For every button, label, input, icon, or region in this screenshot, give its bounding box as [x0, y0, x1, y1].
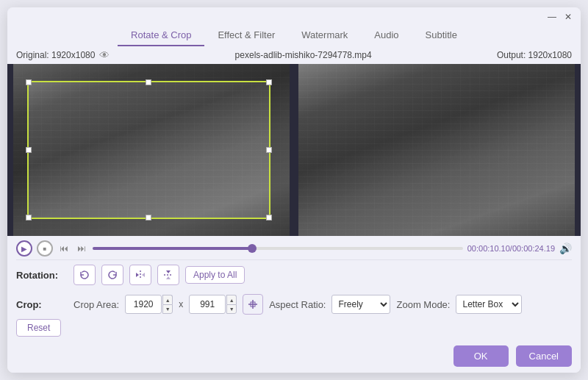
- playback-controls: ▶ ■ ⏮ ⏭ 00:00:10.10/00:00:24.19 🔊: [16, 240, 572, 257]
- rotation-label: Rotation:: [16, 270, 68, 281]
- output-label: Output: 1920x1080: [497, 50, 572, 60]
- left-video: [13, 64, 290, 236]
- left-preview-panel: [13, 64, 290, 236]
- crop-width-group: ▲ ▼: [125, 295, 173, 314]
- crop-handle-tr[interactable]: [266, 79, 272, 85]
- crop-handle-tl[interactable]: [26, 79, 32, 85]
- tab-bar: Rotate & Crop Effect & Filter Watermark …: [7, 22, 581, 46]
- eye-icon[interactable]: 👁: [99, 49, 110, 61]
- reset-area: Reset: [16, 319, 572, 340]
- skip-prev-button[interactable]: ⏮: [57, 242, 71, 255]
- filename-label: pexels-adlib-mishiko-7294778.mp4: [235, 50, 372, 60]
- tab-audio[interactable]: Audio: [361, 25, 412, 46]
- window-controls: — ✕: [547, 12, 573, 22]
- close-button[interactable]: ✕: [563, 12, 573, 22]
- original-info: Original: 1920x1080 👁: [16, 49, 110, 61]
- bottom-bar: OK Cancel: [7, 340, 581, 373]
- crop-overlay[interactable]: [27, 81, 270, 218]
- progress-bar[interactable]: [93, 247, 463, 250]
- x-separator: x: [179, 299, 183, 309]
- cancel-button[interactable]: Cancel: [516, 345, 572, 367]
- right-preview-panel: [298, 64, 575, 236]
- progress-thumb[interactable]: [248, 244, 257, 253]
- tab-subtitle[interactable]: Subtitle: [412, 25, 470, 46]
- tab-effect-filter[interactable]: Effect & Filter: [204, 25, 288, 46]
- stop-button[interactable]: ■: [37, 240, 53, 257]
- zoom-mode-label: Zoom Mode:: [396, 299, 450, 310]
- flip-vertical-button[interactable]: [157, 265, 179, 285]
- crop-row: Crop: Crop Area: ▲ ▼ x ▲ ▼: [16, 290, 572, 319]
- crop-handle-tm[interactable]: [146, 79, 151, 85]
- right-video-background: [298, 64, 575, 236]
- time-display: 00:00:10.10/00:00:24.19: [467, 244, 555, 253]
- controls-area: ▶ ■ ⏮ ⏭ 00:00:10.10/00:00:24.19 🔊 Rotati…: [7, 236, 581, 340]
- skip-next-button[interactable]: ⏭: [75, 242, 88, 255]
- crop-width-up[interactable]: ▲: [162, 295, 173, 304]
- crop-height-input[interactable]: [189, 295, 226, 314]
- tab-watermark[interactable]: Watermark: [288, 25, 361, 46]
- ok-button[interactable]: OK: [453, 345, 509, 367]
- crop-height-group: ▲ ▼: [189, 295, 237, 314]
- info-bar: Original: 1920x1080 👁 pexels-adlib-mishi…: [7, 46, 581, 64]
- crop-handle-bm[interactable]: [146, 215, 151, 221]
- preview-divider: [293, 64, 295, 236]
- original-label: Original: 1920x1080: [16, 50, 95, 60]
- rotate-right-button[interactable]: [101, 265, 123, 285]
- crop-width-input[interactable]: [125, 295, 162, 314]
- zoom-mode-select[interactable]: Letter Box Pan & Scan Full: [456, 295, 522, 314]
- center-crop-button[interactable]: [243, 294, 263, 315]
- crop-width-spinners: ▲ ▼: [162, 295, 173, 314]
- volume-icon[interactable]: 🔊: [559, 243, 572, 254]
- crop-handle-ml[interactable]: [26, 147, 32, 153]
- crop-label: Crop:: [16, 299, 68, 310]
- crop-handle-mr[interactable]: [266, 147, 272, 153]
- progress-fill: [93, 247, 252, 250]
- main-window: — ✕ Rotate & Crop Effect & Filter Waterm…: [7, 7, 581, 373]
- crop-height-up[interactable]: ▲: [226, 295, 237, 304]
- reset-button[interactable]: Reset: [16, 319, 61, 337]
- play-button[interactable]: ▶: [16, 240, 32, 257]
- crop-width-down[interactable]: ▼: [162, 304, 173, 314]
- preview-area: [7, 64, 581, 236]
- apply-to-all-button[interactable]: Apply to All: [185, 266, 245, 284]
- minimize-button[interactable]: —: [547, 12, 557, 22]
- rotate-left-button[interactable]: [74, 265, 96, 285]
- crop-handle-bl[interactable]: [26, 215, 32, 221]
- flip-horizontal-button[interactable]: [129, 265, 151, 285]
- title-bar: — ✕: [7, 7, 581, 22]
- right-video: [298, 64, 575, 236]
- crop-height-spinners: ▲ ▼: [226, 295, 237, 314]
- aspect-ratio-label: Aspect Ratio:: [269, 299, 326, 310]
- crop-handle-br[interactable]: [266, 215, 272, 221]
- tab-rotate-crop[interactable]: Rotate & Crop: [118, 25, 204, 46]
- crop-height-down[interactable]: ▼: [226, 304, 237, 314]
- aspect-ratio-select[interactable]: Freely 16:9 4:3 1:1: [331, 295, 390, 314]
- rotation-row: Rotation:: [16, 259, 572, 290]
- crop-area-label: Crop Area:: [74, 299, 119, 310]
